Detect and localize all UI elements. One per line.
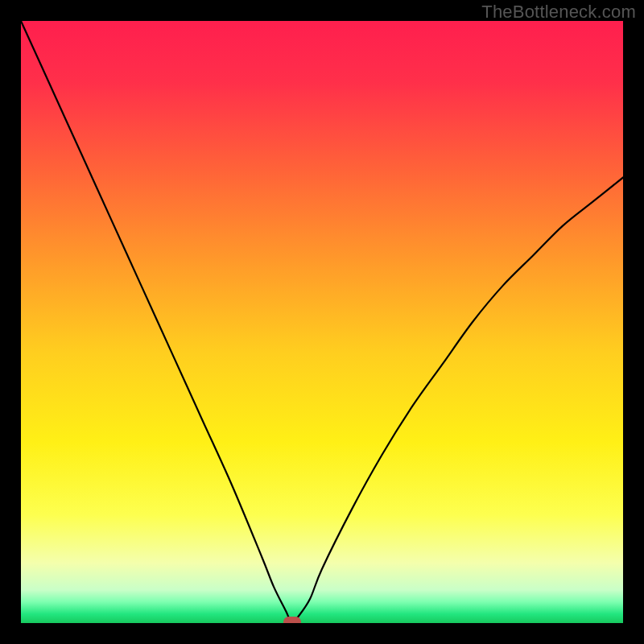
optimum-marker	[283, 617, 301, 623]
chart-frame: TheBottleneck.com	[0, 0, 644, 644]
watermark-text: TheBottleneck.com	[481, 2, 636, 23]
gradient-background	[21, 21, 623, 623]
chart-svg	[21, 21, 623, 623]
plot-area	[21, 21, 623, 623]
